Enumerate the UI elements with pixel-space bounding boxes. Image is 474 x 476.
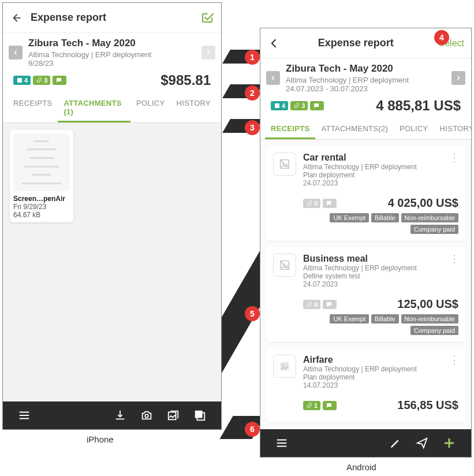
- svg-point-1: [145, 414, 148, 418]
- tab-attachments[interactable]: ATTACHMENTS (1): [58, 93, 130, 122]
- tab-history[interactable]: HISTORY: [171, 93, 217, 122]
- receipt-date: 24.07.2023: [303, 280, 458, 288]
- receipt-image-icon: [273, 355, 296, 378]
- send-icon[interactable]: [416, 437, 428, 449]
- receipt-tag: Non-reimbursable: [401, 213, 458, 222]
- attachment-thumbnail: [13, 133, 70, 191]
- attachment-count-badge: 0: [303, 300, 320, 309]
- receipt-amount: 125,00 US$: [337, 298, 458, 311]
- receipts-badge: 4: [13, 76, 31, 85]
- back-chevron-icon[interactable]: [267, 36, 281, 50]
- more-icon[interactable]: ⋮: [449, 354, 460, 366]
- add-icon[interactable]: [442, 436, 456, 450]
- edit-icon[interactable]: [389, 437, 402, 449]
- tab-receipts[interactable]: RECEIPTS: [8, 93, 58, 122]
- menu-icon[interactable]: [275, 437, 288, 449]
- prev-report-icon[interactable]: [9, 46, 23, 60]
- receipt-tag: Company paid: [410, 225, 458, 234]
- attachment-card[interactable]: Screen…penAir Fri 9/29/23 64.67 kB: [10, 130, 73, 222]
- svg-point-9: [282, 263, 284, 265]
- attachment-date: Fri 9/29/23: [13, 203, 70, 211]
- tabs: RECEIPTS ATTACHMENTS(2) POLICY HISTORY: [260, 118, 471, 140]
- more-icon[interactable]: ⋮: [449, 151, 460, 164]
- receipt-client: Altima Technology | ERP deployment: [303, 365, 458, 373]
- report-date: 9/28/23: [28, 59, 196, 68]
- attachments-pane: Screen…penAir Fri 9/29/23 64.67 kB: [3, 123, 221, 401]
- iphone-bottombar: [3, 401, 221, 429]
- comment-badge: [53, 76, 66, 85]
- receipt-date: 24.07.2023: [303, 179, 458, 187]
- receipts-badge: 4: [271, 101, 288, 110]
- receipt-tag: Billable: [371, 213, 398, 222]
- android-screen: Expense report Select Zibura Tech - May …: [260, 28, 472, 458]
- camera-icon[interactable]: [140, 409, 153, 422]
- callout-3: 3: [245, 120, 260, 135]
- tab-attachments[interactable]: ATTACHMENTS(2): [315, 118, 394, 139]
- attachments-badge: 3: [33, 76, 50, 85]
- receipt-title: Car rental: [303, 153, 458, 163]
- page-title: Expense report: [31, 12, 200, 24]
- iphone-label: iPhone: [87, 434, 114, 444]
- callout-4: 4: [434, 30, 449, 45]
- tab-policy[interactable]: POLICY: [394, 118, 434, 139]
- receipt-image-icon: [273, 153, 296, 176]
- callout-5: 5: [245, 306, 260, 321]
- report-title: Zibura Tech - May 2020: [286, 63, 446, 75]
- receipt-client: Altima Technology | ERP deployment: [303, 163, 458, 171]
- comment-count-badge: [323, 199, 337, 208]
- report-total: $985.81: [66, 72, 211, 88]
- receipt-tag: Non-reimbursable: [401, 314, 458, 323]
- tab-history[interactable]: HISTORY: [434, 118, 472, 139]
- svg-point-7: [282, 162, 284, 164]
- prev-report-icon[interactable]: [266, 71, 280, 85]
- menu-icon[interactable]: [18, 409, 31, 422]
- report-title: Zibura Tech - May 2020: [28, 38, 196, 49]
- callout-6: 6: [245, 422, 260, 437]
- receipt-card[interactable]: ⋮Business mealAltima Technology | ERP de…: [266, 247, 465, 342]
- attachment-count-badge: 0: [303, 199, 320, 208]
- callout-1: 1: [245, 50, 260, 65]
- receipt-title: Business meal: [303, 254, 458, 264]
- receipt-tags: UK ExemptBillableNon-reimbursableCompany…: [303, 213, 458, 234]
- receipt-client: Altima Technology | ERP deployment: [303, 264, 458, 272]
- receipts-pane: ⋮Car rentalAltima Technology | ERP deplo…: [260, 140, 471, 429]
- more-icon[interactable]: ⋮: [449, 252, 460, 265]
- tab-policy[interactable]: POLICY: [130, 93, 170, 122]
- stack-icon[interactable]: [193, 409, 206, 422]
- report-total: 4 885,81 US$: [324, 98, 461, 114]
- next-report-icon[interactable]: [201, 46, 215, 60]
- receipt-date: 14.07.2023: [303, 381, 458, 389]
- receipt-tag: Billable: [371, 314, 398, 323]
- submit-check-icon[interactable]: [200, 11, 214, 25]
- receipt-image-icon: [273, 254, 296, 277]
- svg-point-11: [282, 365, 284, 366]
- attachment-size: 64.67 kB: [13, 211, 70, 219]
- tabs: RECEIPTS ATTACHMENTS (1) POLICY HISTORY: [3, 93, 221, 123]
- report-date-range: 24.07.2023 - 30.07.2023: [286, 84, 446, 93]
- receipt-title: Airfare: [303, 355, 458, 365]
- attachment-name: Screen…penAir: [13, 195, 70, 203]
- summary-row: 4 3 4 885,81 US$: [260, 93, 471, 118]
- receipt-card[interactable]: ⋮Car rentalAltima Technology | ERP deplo…: [266, 146, 465, 241]
- next-report-icon[interactable]: [451, 71, 465, 85]
- android-bottombar: [260, 429, 471, 457]
- back-arrow-icon[interactable]: [10, 11, 24, 25]
- iphone-screen: Expense report Zibura Tech - May 2020 Al…: [2, 2, 222, 430]
- svg-rect-0: [17, 78, 22, 83]
- receipt-tag: UK Exempt: [330, 213, 369, 222]
- receipt-tag: Company paid: [410, 326, 458, 335]
- report-client: Altima Technology | ERP deployment: [28, 50, 196, 59]
- android-label: Android: [346, 462, 376, 472]
- attachment-count-badge: 1: [303, 401, 320, 410]
- receipt-amount: 156,85 US$: [337, 399, 458, 412]
- receipt-card[interactable]: ⋮AirfareAltima Technology | ERP deployme…: [266, 348, 465, 422]
- svg-rect-5: [275, 103, 279, 108]
- report-client: Altima Technology | ERP deployment: [286, 76, 446, 84]
- page-title: Expense report: [288, 37, 424, 49]
- tab-receipts[interactable]: RECEIPTS: [265, 118, 315, 139]
- gallery-icon[interactable]: [167, 409, 180, 422]
- comment-count-badge: [323, 300, 337, 309]
- comment-count-badge: [323, 401, 337, 410]
- download-icon[interactable]: [114, 409, 126, 422]
- receipt-tags: UK ExemptBillableNon-reimbursableCompany…: [303, 314, 458, 335]
